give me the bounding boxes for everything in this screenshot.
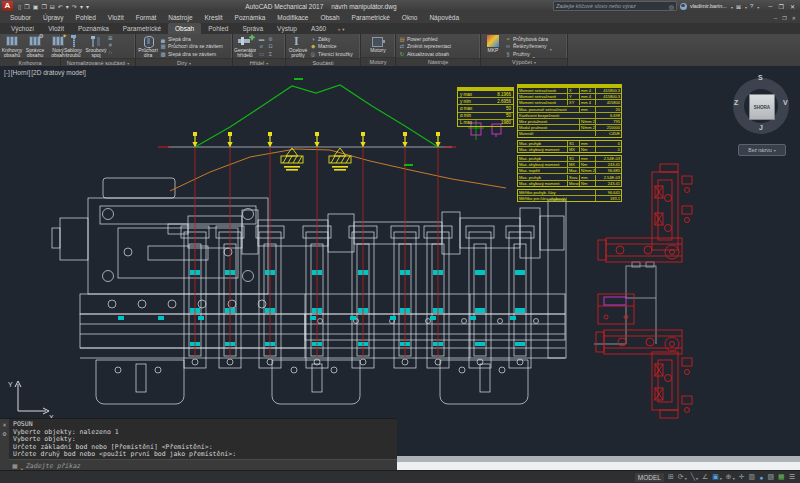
exchange-caret-icon[interactable] — [744, 3, 747, 10]
chains-belts-button[interactable]: ∞ Řetězy/řemeny — [505, 43, 552, 51]
menu-item[interactable]: Okno — [396, 14, 424, 21]
compass-north-label[interactable]: S — [758, 74, 763, 81]
shaft-tool-icon-3[interactable]: ⌀ — [260, 43, 263, 49]
shaft-tool-icon-4[interactable]: Ω — [268, 43, 272, 49]
screw-templates-button[interactable]: Šablony šroubů — [62, 35, 84, 58]
power-view-button[interactable]: ▤ Power pohled — [399, 35, 451, 43]
panel-title-hridel[interactable]: Hřídel — [233, 58, 285, 66]
search-input[interactable]: Zadejte klíčové slovo nebo výraz ◎ — [553, 1, 677, 11]
command-customize-icon[interactable]: ⚙ — [2, 431, 7, 437]
user-avatar-icon[interactable] — [680, 3, 687, 10]
ribbon-tab[interactable]: A360 — [304, 23, 333, 34]
viewport-view-button[interactable]: [Horní] — [11, 69, 31, 76]
springs-button[interactable]: § Pružiny — [505, 50, 552, 58]
content-manager-button[interactable]: ⚙ Správce obsahu — [24, 35, 46, 58]
polar-tracking-icon[interactable]: ∠ — [702, 473, 708, 481]
drawing-canvas[interactable]: Y X [-] [Horní] [2D drátový model] y max… — [0, 66, 800, 470]
doc-minimize-button[interactable]: ─ — [774, 15, 778, 21]
restore-button[interactable]: ❐ — [779, 3, 784, 10]
model-space-button[interactable]: MODEL — [635, 473, 664, 482]
crosshair-icon[interactable]: ✛ — [739, 473, 745, 481]
blind-threaded-hole-button[interactable]: ▩ Slepá díra se závitem — [160, 50, 223, 58]
menu-item[interactable]: Nástroje — [162, 14, 198, 21]
doc-close-button[interactable]: ✕ — [792, 15, 796, 21]
grease-fittings-button[interactable]: ◆ Maznice — [310, 43, 353, 51]
menu-item[interactable]: Soubor — [4, 14, 37, 21]
qat-redo-icon[interactable]: ↷ — [72, 3, 77, 10]
signin-caret-icon[interactable] — [730, 3, 733, 10]
menu-item[interactable]: Obsah — [314, 14, 345, 21]
panel-title-vypocet[interactable]: Výpočet — [481, 58, 567, 67]
isometric-drafting-icon[interactable]: ▣ — [712, 473, 722, 481]
lineweight-icon[interactable]: ▥ — [749, 473, 756, 481]
shaft-tool-icon-1[interactable]: ▬ — [259, 36, 265, 42]
qat-redo-caret-icon[interactable]: ▾ — [80, 3, 83, 10]
ribbon-tab[interactable]: Poznámka — [71, 23, 116, 34]
customization-menu-icon[interactable]: ☰ — [789, 473, 795, 481]
qat-save-icon[interactable]: ▣ — [33, 3, 39, 10]
seal-rings-button[interactable]: ◎ Těsnicí kroužky — [310, 50, 353, 58]
screw-connection-button[interactable]: Šroubový spoj — [85, 35, 107, 58]
close-button[interactable]: ✕ — [790, 3, 795, 10]
ribbon-tab[interactable]: Výchozí — [4, 23, 41, 34]
shaft-tool-icon-5[interactable]: ▭ — [259, 51, 264, 57]
viewport-menu-button[interactable]: [-] — [4, 69, 10, 76]
menu-item[interactable]: Parametrické — [346, 14, 396, 21]
through-hole-button[interactable]: Průchozí díra — [137, 35, 159, 58]
motors-button[interactable]: Motory — [367, 35, 389, 53]
help-icon[interactable]: ? — [750, 3, 753, 9]
horizontal-scrollbar[interactable] — [397, 456, 800, 470]
menu-item[interactable]: Modifikace — [271, 14, 314, 21]
panel-title-normalizovane-soucasti[interactable]: Normalizované součásti — [61, 58, 135, 66]
ribbon-options-icon[interactable]: ● — [337, 26, 344, 34]
command-keyboard-icon[interactable]: ▦ — [12, 462, 18, 469]
ucs-icon[interactable]: Y X — [8, 381, 54, 421]
ucs-dropdown-button[interactable]: Bez názvu — [738, 144, 786, 156]
through-threaded-hole-button[interactable]: ▦ Průchozí díra se závitem — [160, 43, 223, 51]
signin-menu[interactable]: vladimir.barin... — [690, 3, 727, 9]
menu-item[interactable]: Formát — [130, 14, 163, 21]
shaft-tool-icon-6[interactable]: Σ — [269, 51, 272, 57]
panel-title-motory[interactable]: Motory — [361, 57, 395, 66]
compass-east-label[interactable]: V — [783, 99, 788, 106]
clean-screen-icon[interactable]: ▨ — [767, 473, 774, 481]
qat-saveas-icon[interactable]: ❐ — [41, 3, 46, 10]
viewport-visual-style-button[interactable]: [2D drátový model] — [31, 69, 86, 76]
ribbon-tab[interactable]: Pohled — [201, 23, 235, 34]
viewcube[interactable]: S Z V J SHORA Bez názvu — [731, 76, 793, 156]
qat-open-icon[interactable]: ❒ — [24, 3, 29, 10]
compass-south-label[interactable]: J — [759, 124, 763, 131]
standard-parts-icon-1[interactable]: ⊞ — [108, 35, 113, 41]
standard-parts-icon-2[interactable]: # — [109, 42, 112, 48]
search-icon[interactable]: ◎ — [669, 3, 674, 10]
change-representation-button[interactable]: ⇄ Změnit reprezentaci — [399, 43, 451, 51]
viewcube-top-face[interactable]: SHORA — [749, 94, 775, 120]
panel-title-soucasti[interactable]: Součásti — [286, 58, 360, 66]
panel-title-diry[interactable]: Díry — [136, 58, 232, 66]
shaft-tool-icon-2[interactable]: ⊚ — [268, 36, 273, 42]
command-close-icon[interactable]: ✕ — [2, 422, 7, 428]
ribbon-tab[interactable]: Parametrické — [116, 23, 168, 34]
help-caret-icon[interactable] — [756, 3, 759, 10]
menu-item[interactable]: Nápověda — [423, 14, 465, 21]
qat-undo-caret-icon[interactable]: ▾ — [66, 3, 69, 10]
object-snap-icon[interactable]: ⊕ — [726, 473, 735, 481]
qat-plot-icon[interactable]: ⊟ — [50, 3, 55, 10]
workspace-icon[interactable]: ● — [759, 474, 763, 481]
autocad-logo-icon[interactable]: A — [2, 1, 13, 11]
deflection-line-button[interactable]: ≈ Průhybová čára — [505, 35, 552, 43]
content-libraries-button[interactable]: Knihovny obsahů — [1, 35, 23, 58]
ribbon-tab[interactable]: Obsah — [168, 23, 201, 34]
minimize-button[interactable]: ─ — [768, 3, 772, 10]
autodesk-exchange-icon[interactable]: ⊠ — [736, 3, 741, 10]
panel-title-nastroje[interactable]: Nástroje — [396, 58, 480, 67]
ribbon-tab[interactable]: Výstup — [270, 23, 304, 34]
update-content-button[interactable]: ↻ Aktualizovat obsah — [399, 50, 451, 58]
graphics-performance-icon[interactable]: ▦ — [778, 473, 785, 481]
menu-item[interactable]: Pohled — [70, 14, 102, 21]
compass-west-label[interactable]: Z — [734, 99, 738, 106]
qat-undo-icon[interactable]: ↶ — [58, 3, 63, 10]
menu-item[interactable]: Poznámka — [229, 14, 272, 21]
ortho-icon[interactable]: ╲ — [691, 473, 698, 481]
fem-calculation-button[interactable]: MKP — [482, 35, 504, 53]
